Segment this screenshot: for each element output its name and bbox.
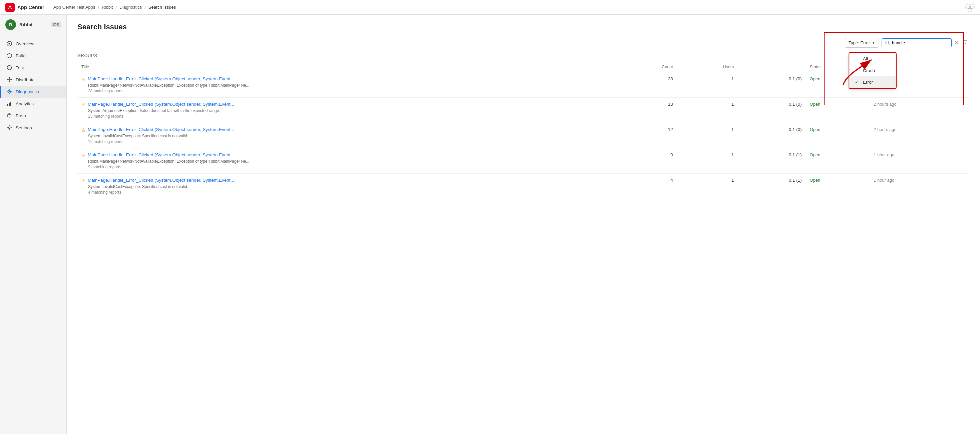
type-dropdown-menu: All Crash ✓ Error	[849, 53, 896, 88]
type-dropdown-label: Type: Error	[849, 40, 870, 45]
breadcrumb: App Center Test Apps / Ribbit / Diagnost…	[53, 5, 965, 10]
check-icon-all	[855, 57, 860, 61]
svg-rect-14	[10, 102, 11, 106]
sidebar-item-analytics[interactable]: Analytics	[0, 98, 66, 110]
dropdown-item-crash-label: Crash	[863, 68, 875, 73]
top-nav: App Center App Center Test Apps / Ribbit…	[0, 0, 980, 15]
breadcrumb-item-4: Search Issues	[148, 5, 176, 10]
breadcrumb-sep-1: /	[98, 5, 99, 10]
issue-impact: 0.1 (1)	[738, 174, 805, 199]
distribute-icon	[6, 77, 12, 83]
dropdown-item-error[interactable]: ✓ Error	[850, 76, 896, 88]
user-avatar[interactable]	[965, 3, 975, 12]
sidebar-item-push-label: Push	[16, 113, 26, 118]
type-dropdown[interactable]: Type: Error ▼	[845, 38, 879, 48]
breadcrumb-sep-2: /	[115, 5, 117, 10]
breadcrumb-item-2[interactable]: Ribbit	[102, 5, 113, 10]
sidebar-item-test[interactable]: Test	[0, 62, 66, 74]
dropdown-item-crash[interactable]: Crash	[850, 65, 896, 76]
analytics-icon	[6, 101, 12, 107]
svg-point-16	[9, 117, 10, 118]
issue-last-report: 2 hours ago	[870, 123, 969, 148]
sidebar-item-settings[interactable]: Settings	[0, 122, 66, 134]
table-row[interactable]: ⚠ MainPage.Handle_Error_Clicked (System.…	[77, 72, 969, 98]
issue-title-cell: ⚠ MainPage.Handle_Error_Clicked (System.…	[77, 123, 615, 148]
svg-point-2	[969, 6, 971, 8]
dropdown-item-all[interactable]: All	[850, 53, 896, 65]
col-title: Title	[77, 62, 615, 72]
build-icon	[6, 53, 12, 59]
sidebar-item-overview[interactable]: Overview	[0, 38, 66, 50]
issue-title-cell: ⚠ MainPage.Handle_Error_Clicked (System.…	[77, 174, 615, 199]
filter-button[interactable]	[961, 38, 969, 48]
issue-users: 1	[677, 98, 738, 123]
issue-last-report: 1 hour ago	[870, 148, 969, 174]
issue-subtitle: Ribbit.MainPage+NetworkNotAvailableExcep…	[81, 159, 611, 164]
search-input[interactable]	[892, 40, 948, 45]
issue-subtitle: Ribbit.MainPage+NetworkNotAvailableExcep…	[81, 83, 611, 88]
svg-rect-13	[9, 103, 10, 106]
issue-count: 12	[615, 123, 677, 148]
issue-count: 28	[615, 72, 677, 98]
issue-title: ⚠ MainPage.Handle_Error_Clicked (System.…	[81, 178, 611, 183]
svg-point-6	[7, 66, 12, 70]
issue-users: 1	[677, 174, 738, 199]
clear-button[interactable]: ✕	[954, 40, 959, 46]
test-icon	[6, 65, 12, 71]
issue-subtitle: System.ArgumentException: Value does not…	[81, 108, 611, 113]
sidebar-item-diagnostics[interactable]: Diagnostics	[0, 86, 66, 98]
issue-title-cell: ⚠ MainPage.Handle_Error_Clicked (System.…	[77, 148, 615, 174]
chevron-down-icon: ▼	[872, 41, 875, 45]
issue-users: 1	[677, 123, 738, 148]
warning-icon: ⚠	[81, 127, 86, 133]
warning-icon: ⚠	[81, 178, 86, 183]
svg-rect-15	[8, 114, 11, 117]
table-row[interactable]: ⚠ MainPage.Handle_Error_Clicked (System.…	[77, 174, 969, 199]
sidebar-item-distribute[interactable]: Distribute	[0, 74, 66, 86]
sidebar-item-build[interactable]: Build	[0, 50, 66, 62]
issue-title: ⚠ MainPage.Handle_Error_Clicked (System.…	[81, 127, 611, 133]
issue-match-count: 13 matching reports	[81, 114, 611, 119]
table-header-row: Title Count Users Status Last report	[77, 62, 969, 72]
check-icon-crash	[855, 68, 860, 73]
col-count: Count	[615, 62, 677, 72]
brand[interactable]: App Center	[5, 3, 45, 12]
issue-title-text: MainPage.Handle_Error_Clicked (System.Ob…	[88, 102, 234, 107]
issue-title: ⚠ MainPage.Handle_Error_Clicked (System.…	[81, 76, 611, 82]
sidebar-item-build-label: Build	[16, 53, 26, 58]
table-row[interactable]: ⚠ MainPage.Handle_Error_Clicked (System.…	[77, 123, 969, 148]
issue-users: 1	[677, 148, 738, 174]
issue-last-report: 1 hour ago	[870, 174, 969, 199]
issue-title-text: MainPage.Handle_Error_Clicked (System.Ob…	[88, 127, 234, 132]
issue-title-text: MainPage.Handle_Error_Clicked (System.Ob…	[88, 152, 234, 157]
search-toolbar: Type: Error ▼ ✕ All	[77, 38, 969, 48]
issue-count: 4	[615, 174, 677, 199]
breadcrumb-item-3[interactable]: Diagnostics	[119, 5, 142, 10]
breadcrumb-item-1[interactable]: App Center Test Apps	[53, 5, 95, 10]
issues-table: Title Count Users Status Last report ⚠ M…	[77, 62, 969, 199]
col-users: Users	[677, 62, 738, 72]
issue-count: 13	[615, 98, 677, 123]
issue-subtitle: System.InvalidCastException: Specified c…	[81, 184, 611, 189]
issue-title: ⚠ MainPage.Handle_Error_Clicked (System.…	[81, 152, 611, 158]
search-icon	[885, 41, 890, 45]
app-name: Ribbit	[19, 22, 48, 27]
issue-match-count: 4 matching reports	[81, 190, 611, 195]
table-row[interactable]: ⚠ MainPage.Handle_Error_Clicked (System.…	[77, 98, 969, 123]
issue-match-count: 28 matching reports	[81, 89, 611, 93]
issue-title: ⚠ MainPage.Handle_Error_Clicked (System.…	[81, 102, 611, 107]
svg-point-17	[9, 127, 10, 129]
warning-icon: ⚠	[81, 153, 86, 158]
sidebar-item-diagnostics-label: Diagnostics	[16, 89, 39, 94]
diagnostics-icon	[6, 89, 12, 95]
dropdown-item-error-label: Error	[863, 80, 873, 85]
issue-status: Open	[805, 98, 870, 123]
warning-icon: ⚠	[81, 102, 86, 107]
table-row[interactable]: ⚠ MainPage.Handle_Error_Clicked (System.…	[77, 148, 969, 174]
sidebar-item-push[interactable]: Push	[0, 110, 66, 122]
dropdown-item-all-label: All	[863, 56, 868, 61]
svg-point-4	[9, 43, 10, 45]
sidebar-item-analytics-label: Analytics	[16, 101, 34, 106]
issue-last-report: 2 hours ago	[870, 98, 969, 123]
col-impact	[738, 62, 805, 72]
